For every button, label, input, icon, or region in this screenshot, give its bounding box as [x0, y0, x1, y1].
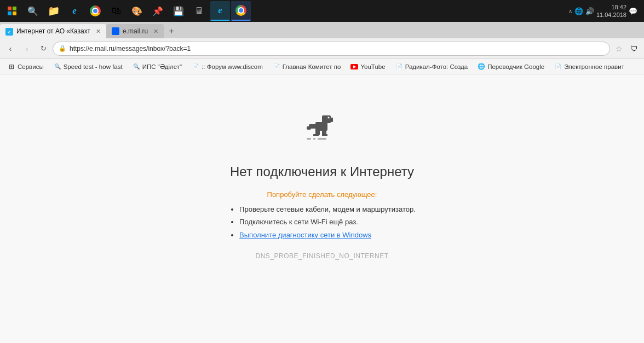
extension-icon[interactable]: 🛡 — [628, 42, 641, 55]
ips-favicon: 🔍 — [133, 63, 140, 71]
suggestion-3[interactable]: Выполните диагностику сети в Windows — [239, 229, 416, 241]
bookmark-star-button[interactable]: ☆ — [612, 42, 625, 55]
svg-rect-7 — [307, 126, 311, 130]
suggestion-1: Проверьте сетевые кабели, модем и маршру… — [239, 203, 416, 216]
bookmark-translate[interactable]: 🌐 Переводчик Google — [473, 62, 549, 72]
bookmark-egov[interactable]: 📄 Электронное правит — [550, 62, 629, 72]
bookmark-label-7: Переводчик Google — [487, 63, 544, 70]
error-title: Нет подключения к Интернету — [230, 164, 414, 179]
app-icon-1: 📌 — [152, 6, 163, 16]
paint-icon: 🎨 — [131, 6, 142, 16]
chrome-icon — [90, 5, 101, 16]
taskbar-chevron[interactable]: ∧ — [568, 8, 572, 14]
taskbar-file-explorer[interactable]: 📁 — [44, 1, 64, 21]
svg-rect-9 — [313, 134, 319, 136]
tab-label-2: e.mail.ru — [123, 27, 148, 35]
volume-icon: 🔊 — [585, 7, 594, 15]
chrome-active-icon — [235, 5, 246, 16]
bookmark-label-4: Главная Комитет по — [283, 63, 341, 70]
taskbar-ie[interactable]: e — [65, 1, 84, 21]
taskbar-chrome-active[interactable] — [231, 1, 251, 21]
translate-favicon: 🌐 — [478, 63, 485, 71]
network-icon: 🌐 — [574, 7, 583, 15]
taskbar-calculator[interactable]: 🖩 — [189, 1, 209, 21]
diagnostics-link[interactable]: Выполните диагностику сети в Windows — [239, 231, 371, 239]
svg-rect-13 — [313, 138, 315, 139]
calculator-icon: 🖩 — [195, 6, 204, 16]
main-favicon: 📄 — [273, 63, 280, 71]
taskbar: 🔍 📁 e 🛍 🎨 📌 💾 🖩 — [0, 0, 644, 22]
bookmark-label-0: Сервисы — [18, 63, 44, 70]
bookmark-label-6: Радикал-Фото: Созда — [405, 63, 468, 70]
file-explorer-icon: 📁 — [48, 5, 60, 17]
error-code: DNS_PROBE_FINISHED_NO_INTERNET — [255, 252, 388, 260]
bookmark-label-3: :: Форум www.discom — [202, 63, 263, 70]
taskbar-search-button[interactable]: 🔍 — [23, 1, 43, 21]
navigation-bar: ‹ › ↻ 🔒 https://e.mail.ru/messages/inbox… — [0, 38, 644, 59]
speedtest-favicon: 🔍 — [54, 63, 61, 71]
page-content: Нет подключения к Интернету Попробуйте с… — [0, 74, 644, 343]
ie-icon: e — [72, 5, 77, 16]
taskbar-app-drive[interactable]: 💾 — [169, 1, 188, 21]
start-button[interactable] — [2, 1, 22, 21]
bookmark-forum[interactable]: 📄 :: Форум www.discom — [187, 62, 267, 72]
tab-close-1[interactable]: ✕ — [96, 28, 101, 35]
taskbar-store[interactable]: 🛍 — [106, 1, 126, 21]
tab-label-1: Интернет от АО «Казахт — [16, 27, 90, 35]
svg-rect-11 — [322, 134, 327, 136]
windows-logo-icon — [8, 7, 16, 15]
bookmark-services[interactable]: ⊞ Сервисы — [3, 62, 48, 72]
error-subtitle: Попробуйте сделать следующее: — [267, 190, 377, 199]
bookmark-label-8: Электронное правит — [564, 63, 624, 70]
radical-favicon: 📄 — [395, 63, 403, 71]
egov-favicon: 📄 — [554, 63, 562, 71]
taskbar-app-unknown1[interactable]: 📌 — [148, 1, 168, 21]
svg-rect-12 — [307, 138, 311, 139]
store-icon: 🛍 — [112, 5, 121, 16]
drive-icon: 💾 — [173, 6, 184, 16]
search-icon: 🔍 — [27, 6, 38, 16]
url-text: https://e.mail.ru/messages/inbox/?back=1 — [70, 45, 604, 53]
bookmark-label-1: Speed test - how fast — [64, 63, 123, 70]
address-bar[interactable]: 🔒 https://e.mail.ru/messages/inbox/?back… — [53, 42, 610, 56]
clock: 18:4211.04.2018 — [596, 3, 626, 19]
svg-rect-4 — [328, 117, 329, 118]
suggestion-2: Подключитесь к сети Wi-Fi ещё раз. — [239, 216, 416, 228]
tab-mail[interactable]: e.mail.ru ✕ — [106, 24, 164, 38]
bookmark-speedtest[interactable]: 🔍 Speed test - how fast — [49, 62, 127, 72]
browser-window: e Интернет от АО «Казахт ✕ e.mail.ru ✕ +… — [0, 22, 644, 343]
bookmark-label-5: YouTube — [360, 63, 385, 70]
tab-close-2[interactable]: ✕ — [153, 28, 158, 35]
dino-svg — [303, 107, 341, 146]
tab-favicon-2 — [112, 27, 119, 35]
ie-active-icon: e — [218, 5, 222, 16]
taskbar-paint[interactable]: 🎨 — [127, 1, 147, 21]
shield-ext-icon: 🛡 — [630, 44, 638, 53]
youtube-favicon: ▶ — [350, 63, 358, 71]
back-button[interactable]: ‹ — [3, 42, 18, 56]
bookmark-radical[interactable]: 📄 Радикал-Фото: Созда — [391, 62, 473, 72]
tab-favicon-1: e — [5, 27, 13, 35]
tab-internet[interactable]: e Интернет от АО «Казахт ✕ — [0, 24, 106, 38]
dinosaur-illustration — [303, 107, 341, 148]
bookmark-youtube[interactable]: ▶ YouTube — [346, 62, 389, 72]
bookmark-main[interactable]: 📄 Главная Комитет по — [268, 62, 346, 72]
services-favicon: ⊞ — [8, 63, 15, 71]
svg-rect-14 — [318, 138, 326, 139]
new-tab-button[interactable]: + — [164, 24, 179, 38]
taskbar-ie-active[interactable]: e — [210, 1, 230, 21]
taskbar-tray: ∧ 🌐 🔊 18:4211.04.2018 💬 — [568, 3, 642, 19]
refresh-button[interactable]: ↻ — [36, 42, 50, 56]
notification-icon[interactable]: 💬 — [629, 7, 637, 15]
taskbar-apps: 📁 e 🛍 🎨 📌 💾 🖩 e — [44, 1, 567, 21]
bookmark-ips[interactable]: 🔍 ИПС "Әділет" — [128, 62, 186, 72]
lock-icon: 🔒 — [59, 45, 66, 52]
forum-favicon: 📄 — [192, 63, 199, 71]
forward-button[interactable]: › — [20, 42, 34, 56]
bookmarks-bar: ⊞ Сервисы 🔍 Speed test - how fast 🔍 ИПС … — [0, 59, 644, 74]
bookmark-label-2: ИПС "Әділет" — [142, 63, 182, 71]
star-icon: ☆ — [616, 44, 623, 53]
taskbar-chrome[interactable] — [85, 1, 105, 21]
svg-rect-5 — [321, 125, 324, 127]
error-suggestions: Проверьте сетевые кабели, модем и маршру… — [228, 203, 416, 241]
